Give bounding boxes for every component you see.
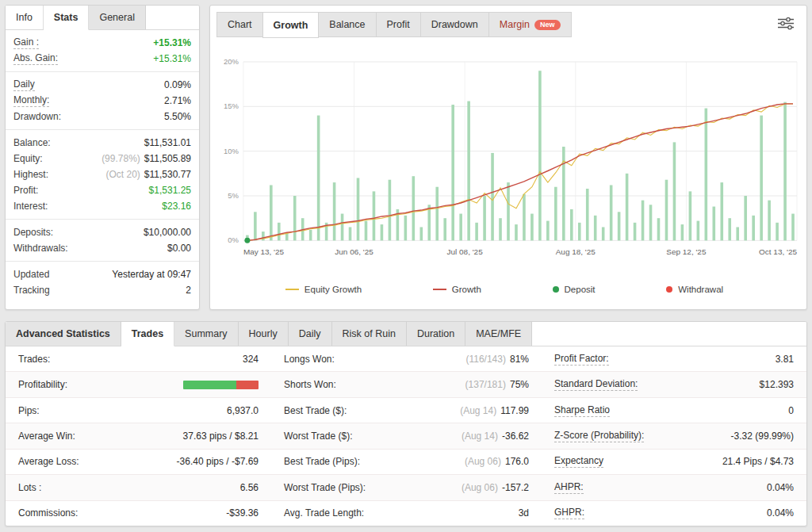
chart-tab-profit[interactable]: Profit: [376, 12, 421, 37]
value-worst-trade-pips: (Aug 06)-157.2: [462, 482, 529, 493]
stats-value-main: $11,530.77: [144, 169, 191, 180]
label-longs-won: Longs Won:: [284, 354, 335, 365]
value-average-win: 37.63 pips / $8.21: [183, 431, 259, 442]
value-main: 6.56: [240, 482, 259, 493]
chart-tab-balance[interactable]: Balance: [318, 12, 376, 37]
stats-label-equity: Equity:: [13, 153, 43, 164]
statistics-tab-daily[interactable]: Daily: [289, 322, 332, 346]
daily-gain-bar: [618, 212, 621, 240]
table-row: Average Loss:-36.40 pips / -$7.69Best Tr…: [6, 450, 806, 475]
chart-tab-chart[interactable]: Chart: [216, 12, 263, 37]
value-expectancy: 21.4 Pips / $4.73: [722, 456, 794, 467]
value-main: 3d: [519, 507, 529, 519]
growth-chart-svg: 0%5%10%15%20%May 13, '25Jun 06, '25Jul 0…: [215, 52, 802, 262]
stats-label-monthly: Monthly:: [13, 94, 49, 107]
value-prefix: (Aug 14): [460, 405, 496, 416]
deposit-swatch-icon: [553, 286, 559, 293]
chart-tab-margin[interactable]: MarginNew: [488, 12, 572, 37]
daily-gain-bar: [381, 224, 384, 240]
daily-gain-bar: [293, 196, 297, 240]
stats-tab-stats[interactable]: Stats: [44, 6, 90, 30]
stats-value-main: $11,531.01: [144, 137, 191, 148]
stats-row-profit: Profit:$1,531.25: [13, 182, 191, 198]
stats-tabs: InfoStatsGeneral: [6, 6, 199, 30]
chart-settings-button[interactable]: [775, 12, 797, 37]
stats-value-gain: +15.31%: [153, 37, 191, 48]
label-profit-factor: Profit Factor:: [554, 353, 609, 366]
statistics-tabs: Advanced StatisticsTradesSummaryHourlyDa…: [6, 322, 806, 346]
legend-label-growth: Growth: [452, 285, 481, 294]
profitability-bar-green: [183, 381, 236, 389]
statistics-tab-advanced-statistics[interactable]: Advanced Statistics: [6, 322, 121, 346]
daily-gain-bar: [578, 223, 581, 241]
stats-tab-info[interactable]: Info: [6, 6, 44, 29]
y-axis-tick: 20%: [224, 57, 239, 66]
value-shorts-won: (137/181)75%: [465, 379, 529, 390]
daily-gain-bar: [689, 191, 692, 240]
stats-label-updated: Updated: [13, 269, 49, 280]
daily-gain-bar: [538, 71, 542, 240]
daily-gain-bar: [435, 187, 439, 241]
sliders-icon: [778, 21, 794, 33]
cell-longs-won: Longs Won:(116/143)81%: [271, 346, 542, 371]
legend-equity-growth: Equity Growth: [285, 285, 362, 294]
daily-gain-bar: [776, 223, 779, 241]
stats-tab-general[interactable]: General: [89, 6, 145, 29]
stats-label-abs-gain: Abs. Gain:: [13, 52, 58, 65]
value-main: -36.62: [502, 431, 529, 442]
cell-profitability: Profitability:: [6, 372, 271, 396]
top-section: InfoStatsGeneral Gain :+15.31%Abs. Gain:…: [0, 0, 812, 310]
stats-row-gain: Gain :+15.31%: [13, 35, 191, 51]
cell-pips: Pips:6,937.0: [6, 398, 271, 423]
statistics-tab-duration[interactable]: Duration: [407, 322, 465, 346]
statistics-tab-hourly[interactable]: Hourly: [239, 322, 289, 346]
table-row: Commissions:-$39.36Avg. Trade Length:3dG…: [6, 501, 806, 526]
stats-value-main: $0.00: [167, 243, 191, 254]
value-prefix: (116/143): [465, 354, 505, 365]
value-average-loss: -36.40 pips / -$7.69: [177, 456, 259, 467]
stats-label-deposits: Deposits:: [13, 227, 53, 238]
daily-gain-bar: [333, 182, 336, 240]
daily-gain-bar: [546, 220, 550, 240]
daily-gain-bar: [467, 101, 470, 240]
stats-value-main: $11,505.89: [144, 153, 191, 164]
growth-chart[interactable]: 0%5%10%15%20%May 13, '25Jun 06, '25Jul 0…: [210, 40, 806, 274]
value-standard-deviation: $12.393: [760, 379, 794, 390]
chart-tab-growth[interactable]: Growth: [262, 12, 320, 38]
stats-value-drawdown: 5.50%: [164, 111, 191, 122]
profitability-bar-red: [236, 381, 259, 389]
stats-label-highest: Highest:: [13, 169, 48, 180]
daily-gain-bar: [285, 233, 289, 240]
equity-growth-line: [247, 104, 793, 240]
value-main: 75%: [510, 379, 529, 390]
chart-tab-drawdown[interactable]: Drawdown: [420, 12, 489, 37]
daily-gain-bar: [697, 220, 700, 240]
legend-deposit: Deposit: [553, 285, 596, 294]
value-main: 117.99: [500, 405, 529, 416]
daily-gain-bar: [768, 201, 771, 241]
x-axis-label: Jun 06, '25: [335, 247, 373, 256]
stats-label-tracking: Tracking: [13, 285, 50, 296]
statistics-tab-mae-mfe[interactable]: MAE/MFE: [465, 322, 532, 346]
stats-row-highest: Highest:(Oct 20)$11,530.77: [13, 166, 191, 182]
statistics-tab-mae-mfe-label: MAE/MFE: [476, 328, 521, 339]
chart-legend: Equity GrowthGrowthDepositWithdrawal: [210, 274, 806, 309]
label-expectancy: Expectancy: [554, 455, 603, 468]
statistics-tab-trades[interactable]: Trades: [121, 322, 174, 346]
daily-gain-bar: [515, 224, 518, 240]
label-pips: Pips:: [18, 405, 40, 416]
daily-gain-bar: [412, 176, 416, 240]
statistics-tab-risk-of-ruin[interactable]: Risk of Ruin: [332, 322, 407, 346]
value-ahpr: 0.04%: [767, 482, 794, 493]
label-commissions: Commissions:: [18, 507, 78, 519]
legend-withdrawal: Withdrawal: [666, 285, 723, 294]
stats-value-daily: 0.09%: [164, 79, 191, 90]
label-shorts-won: Shorts Won:: [284, 379, 336, 390]
withdrawal-swatch-icon: [666, 286, 672, 293]
statistics-tab-summary[interactable]: Summary: [174, 322, 238, 346]
value-ghpr: 0.04%: [767, 507, 794, 519]
cell-trades: Trades:324: [6, 346, 271, 371]
daily-gain-bar: [309, 230, 312, 241]
stats-tab-stats-label: Stats: [54, 12, 79, 23]
value-main: 176.0: [505, 456, 529, 467]
